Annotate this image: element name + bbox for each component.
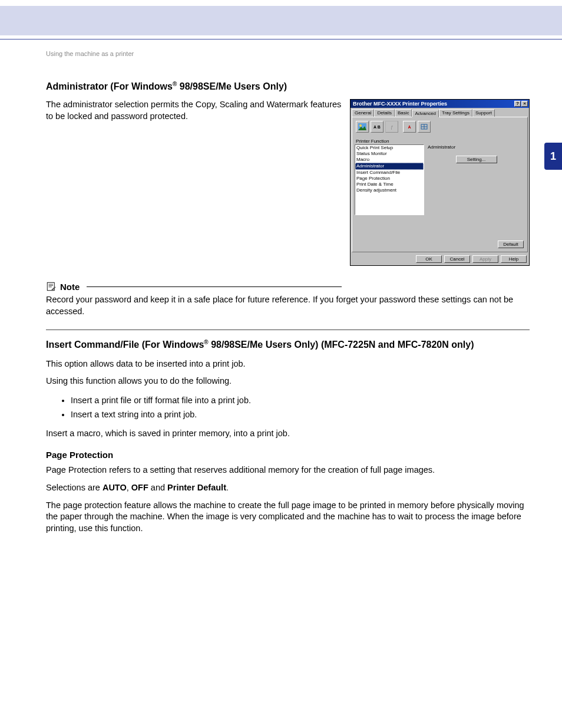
right-panel-heading: Administrator (428, 144, 525, 150)
heading-admin-part-b: 98/98SE/Me Users Only) (177, 81, 287, 91)
help-button[interactable]: Help (501, 255, 527, 263)
ok-button[interactable]: OK (416, 255, 442, 263)
insert-p3: Insert a macro, which is saved in printe… (46, 428, 530, 440)
insert-p2: Using this function allows you to do the… (46, 375, 530, 387)
heading-insert-b: 98/98SE/Me Users Only) (MFC-7225N and MF… (209, 340, 474, 350)
heading-insert-command: Insert Command/File (For Windows® 98/98S… (46, 338, 530, 351)
pp-p2a: Selections are (46, 483, 103, 492)
apply-button[interactable]: Apply (472, 255, 498, 263)
pp-b3: Printer Default (167, 483, 226, 492)
tab-advanced[interactable]: Advanced (412, 110, 439, 117)
heading-admin-part-a: Administrator (For Windows (46, 81, 173, 91)
toolbar-icon-2[interactable]: A B (371, 121, 384, 133)
tab-general[interactable]: General (352, 109, 374, 117)
top-band (0, 6, 562, 35)
list-item: Insert a text string into a print job. (71, 407, 530, 422)
pageprot-p1: Page Protection refers to a setting that… (46, 465, 530, 476)
note-label: Note (60, 282, 83, 292)
tab-tray-settings[interactable]: Tray Settings (439, 109, 472, 117)
note-icon (46, 281, 57, 292)
chapter-side-tab: 1 (544, 143, 562, 170)
list-item-selected[interactable]: Administrator (355, 163, 424, 170)
tab-details[interactable]: Details (374, 109, 394, 117)
insert-p1: This option allows data to be inserted i… (46, 358, 530, 370)
dialog-title: Brother MFC-XXXX Printer Properties (353, 101, 447, 107)
setting-button[interactable]: Setting... (456, 156, 497, 163)
pageprot-p2: Selections are AUTO, OFF and Printer Def… (46, 482, 530, 494)
pp-b2: OFF (131, 483, 148, 492)
dialog-tabs: General Details Basic Advanced Tray Sett… (351, 108, 529, 117)
insert-bullets: Insert a print file or tiff format file … (46, 393, 530, 422)
pageprot-p3: The page protection feature allows the m… (46, 500, 530, 535)
section-rule (46, 330, 530, 330)
printer-properties-dialog: Brother MFC-XXXX Printer Properties ? × … (350, 99, 530, 266)
icon-toolbar: A B ƒ A (355, 120, 525, 136)
dialog-titlebar: Brother MFC-XXXX Printer Properties ? × (351, 100, 529, 108)
pp-b1: AUTO (103, 483, 127, 492)
heading-administrator: Administrator (For Windows® 98/98SE/Me U… (46, 81, 530, 92)
printer-function-list[interactable]: Quick Print Setup Status Monitor Macro A… (355, 144, 424, 215)
pp-sep2: and (148, 483, 167, 492)
svg-point-2 (359, 124, 362, 127)
list-item[interactable]: Insert Command/File (355, 170, 424, 176)
list-item[interactable]: Macro (355, 157, 424, 163)
list-item[interactable]: Density adjustment (355, 187, 424, 193)
toolbar-icon-4[interactable]: A (403, 121, 416, 133)
toolbar-icon-3[interactable]: ƒ (385, 121, 398, 133)
pp-p2b: . (226, 483, 229, 492)
registered-mark: ® (204, 339, 208, 345)
list-item[interactable]: Print Date & Time (355, 182, 424, 187)
note-body: Record your password and keep it in a sa… (46, 294, 530, 317)
cancel-button[interactable]: Cancel (444, 255, 470, 263)
list-item[interactable]: Status Monitor (355, 151, 424, 157)
heading-page-protection: Page Protection (46, 450, 530, 460)
tab-support[interactable]: Support (472, 109, 495, 117)
toolbar-icon-1[interactable] (356, 121, 369, 133)
titlebar-close-button[interactable]: × (521, 101, 528, 107)
toolbar-icon-5[interactable] (418, 121, 431, 133)
list-item[interactable]: Page Protection (355, 176, 424, 182)
printer-function-label: Printer Function (356, 139, 525, 144)
default-button[interactable]: Default (498, 241, 524, 248)
titlebar-help-button[interactable]: ? (514, 101, 521, 107)
dialog-tab-body: A B ƒ A Printer Function Quick Print Set… (352, 117, 528, 252)
list-item[interactable]: Quick Print Setup (355, 145, 424, 151)
list-item: Insert a print file or tiff format file … (71, 393, 530, 408)
heading-insert-a: Insert Command/File (For Windows (46, 340, 204, 350)
dialog-button-row: OK Cancel Apply Help (351, 253, 529, 265)
tab-basic[interactable]: Basic (395, 109, 412, 117)
pp-sep1: , (127, 483, 131, 492)
admin-body: The administrator selection permits the … (46, 99, 342, 122)
breadcrumb: Using the machine as a printer (46, 50, 530, 57)
note-rule (87, 286, 342, 287)
